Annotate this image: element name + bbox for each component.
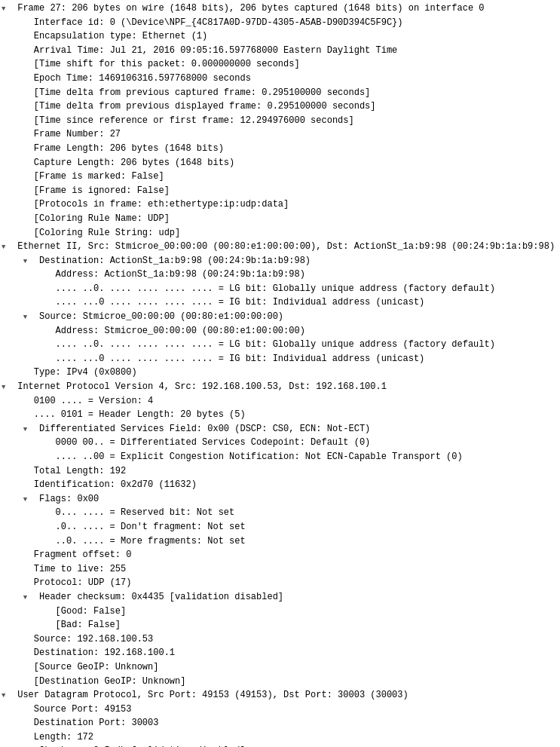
tree-line[interactable]: Arrival Time: Jul 21, 2016 09:05:16.5977… xyxy=(0,44,560,58)
tree-line[interactable]: Total Length: 192 xyxy=(0,464,560,479)
tree-line[interactable]: Destination: 192.168.100.1 xyxy=(0,646,560,660)
tree-toggle[interactable]: ▼ xyxy=(23,310,34,324)
tree-line[interactable]: ▼ Header checksum: 0x4435 [validation di… xyxy=(0,590,560,605)
tree-toggle xyxy=(45,605,56,619)
indent-spacer xyxy=(2,520,45,534)
tree-line-content: Source Port: 49153 xyxy=(34,703,558,717)
tree-line[interactable]: [Coloring Rule String: udp] xyxy=(0,226,560,240)
tree-toggle xyxy=(23,29,34,44)
tree-line[interactable]: [Destination GeoIP: Unknown] xyxy=(0,675,560,689)
tree-line[interactable]: [Time since reference or first frame: 12… xyxy=(0,114,560,128)
tree-line-content: [Time delta from previous displayed fram… xyxy=(34,99,558,114)
tree-line[interactable]: ▼ User Datagram Protocol, Src Port: 4915… xyxy=(0,688,560,703)
tree-line[interactable]: [Protocols in frame: eth:ethertype:ip:ud… xyxy=(0,197,560,212)
indent-spacer xyxy=(2,576,23,590)
tree-line[interactable]: ▼ Internet Protocol Version 4, Src: 192.… xyxy=(0,380,560,394)
tree-line-content: [Source GeoIP: Unknown] xyxy=(34,660,558,675)
tree-line[interactable]: [Frame is marked: False] xyxy=(0,170,560,184)
tree-line[interactable]: ▼ Destination: ActionSt_1a:b9:98 (00:24:… xyxy=(0,254,560,268)
tree-toggle[interactable]: ▼ xyxy=(2,688,12,703)
tree-line[interactable]: .... ..00 = Explicit Congestion Notifica… xyxy=(0,450,560,464)
tree-toggle xyxy=(23,127,34,142)
tree-line[interactable]: [Time delta from previous captured frame… xyxy=(0,86,560,100)
indent-spacer xyxy=(2,324,45,338)
tree-toggle xyxy=(23,703,34,717)
tree-toggle xyxy=(45,268,56,282)
tree-line[interactable]: Address: Stmicroe_00:00:00 (00:80:e1:00:… xyxy=(0,324,560,338)
tree-line-content: [Time shift for this packet: 0.000000000… xyxy=(34,57,558,72)
tree-line[interactable]: Frame Length: 206 bytes (1648 bits) xyxy=(0,142,560,156)
tree-toggle xyxy=(23,170,34,184)
indent-spacer xyxy=(2,352,45,366)
tree-line[interactable]: [Bad: False] xyxy=(0,618,560,632)
indent-spacer xyxy=(2,282,45,296)
tree-line[interactable]: Source: 192.168.100.53 xyxy=(0,632,560,647)
tree-line[interactable]: .... ..0. .... .... .... .... = LG bit: … xyxy=(0,338,560,352)
tree-line[interactable]: [Time shift for this packet: 0.000000000… xyxy=(0,57,560,72)
indent-spacer xyxy=(2,44,23,58)
tree-line[interactable]: 0... .... = Reserved bit: Not set xyxy=(0,506,560,520)
tree-line[interactable]: Frame Number: 27 xyxy=(0,127,560,142)
tree-toggle[interactable]: ▼ xyxy=(23,590,34,605)
tree-line[interactable]: ..0. .... = More fragments: Not set xyxy=(0,534,560,549)
tree-toggle[interactable]: ▼ xyxy=(23,492,34,507)
indent-spacer xyxy=(2,72,23,86)
tree-line[interactable]: ▼ Flags: 0x00 xyxy=(0,492,560,507)
indent-spacer xyxy=(2,646,23,660)
tree-toggle xyxy=(23,675,34,689)
tree-toggle xyxy=(45,338,56,352)
tree-line[interactable]: .0.. .... = Don't fragment: Not set xyxy=(0,520,560,534)
tree-toggle xyxy=(45,352,56,366)
tree-line[interactable]: 0100 .... = Version: 4 xyxy=(0,394,560,409)
tree-line[interactable]: Interface id: 0 (\Device\NPF_{4C817A0D-9… xyxy=(0,16,560,30)
tree-toggle[interactable]: ▼ xyxy=(2,240,12,254)
tree-line-content: .0.. .... = Don't fragment: Not set xyxy=(56,520,558,534)
tree-line[interactable]: Time to live: 255 xyxy=(0,562,560,577)
tree-toggle xyxy=(23,142,34,156)
indent-spacer xyxy=(2,660,23,675)
tree-line[interactable]: ▼ Source: Stmicroe_00:00:00 (00:80:e1:00… xyxy=(0,310,560,324)
tree-line[interactable]: Address: ActionSt_1a:b9:98 (00:24:9b:1a:… xyxy=(0,268,560,282)
tree-toggle[interactable]: ▼ xyxy=(23,422,34,436)
tree-toggle[interactable]: ▼ xyxy=(2,2,12,16)
indent-spacer xyxy=(2,226,23,240)
tree-line-content: Address: ActionSt_1a:b9:98 (00:24:9b:1a:… xyxy=(56,268,558,282)
indent-spacer xyxy=(2,394,23,409)
tree-line[interactable]: .... ..0. .... .... .... .... = LG bit: … xyxy=(0,282,560,296)
tree-line[interactable]: [Source GeoIP: Unknown] xyxy=(0,660,560,675)
tree-toggle[interactable]: ▶ xyxy=(23,744,34,747)
tree-line[interactable]: Destination Port: 30003 xyxy=(0,716,560,730)
tree-line[interactable]: Epoch Time: 1469106316.597768000 seconds xyxy=(0,72,560,86)
tree-line-content: [Destination GeoIP: Unknown] xyxy=(34,675,558,689)
tree-line[interactable]: Encapsulation type: Ethernet (1) xyxy=(0,29,560,44)
tree-line[interactable]: [Coloring Rule Name: UDP] xyxy=(0,212,560,226)
tree-line[interactable]: ▼ Differentiated Services Field: 0x00 (D… xyxy=(0,422,560,436)
indent-spacer xyxy=(2,16,23,30)
tree-line[interactable]: .... ...0 .... .... .... .... = IG bit: … xyxy=(0,295,560,310)
tree-line[interactable]: ▼ Ethernet II, Src: Stmicroe_00:00:00 (0… xyxy=(0,240,560,254)
tree-toggle xyxy=(23,114,34,128)
tree-line[interactable]: .... 0101 = Header Length: 20 bytes (5) xyxy=(0,408,560,422)
tree-line[interactable]: [Time delta from previous displayed fram… xyxy=(0,99,560,114)
tree-line[interactable]: Fragment offset: 0 xyxy=(0,548,560,562)
tree-line-content: Checksum: 0x5adb [validation disabled] xyxy=(34,744,558,747)
tree-toggle[interactable]: ▼ xyxy=(23,254,34,268)
tree-line[interactable]: 0000 00.. = Differentiated Services Code… xyxy=(0,436,560,450)
tree-line[interactable]: Length: 172 xyxy=(0,730,560,745)
tree-line[interactable]: Protocol: UDP (17) xyxy=(0,576,560,590)
tree-line[interactable]: Type: IPv4 (0x0800) xyxy=(0,366,560,380)
tree-line-content: Fragment offset: 0 xyxy=(34,548,558,562)
tree-line[interactable]: ▶ Checksum: 0x5adb [validation disabled] xyxy=(0,744,560,747)
tree-line[interactable]: Identification: 0x2d70 (11632) xyxy=(0,478,560,492)
tree-line[interactable]: .... ...0 .... .... .... .... = IG bit: … xyxy=(0,352,560,366)
tree-line[interactable]: Capture Length: 206 bytes (1648 bits) xyxy=(0,156,560,170)
tree-line-content: [Frame is marked: False] xyxy=(34,170,558,184)
tree-line[interactable]: [Frame is ignored: False] xyxy=(0,184,560,198)
tree-line[interactable]: Source Port: 49153 xyxy=(0,703,560,717)
tree-toggle[interactable]: ▼ xyxy=(2,380,12,394)
indent-spacer xyxy=(2,464,23,479)
indent-spacer xyxy=(2,675,23,689)
tree-line[interactable]: ▼ Frame 27: 206 bytes on wire (1648 bits… xyxy=(0,2,560,16)
tree-line-content: [Protocols in frame: eth:ethertype:ip:ud… xyxy=(34,197,558,212)
tree-line[interactable]: [Good: False] xyxy=(0,605,560,619)
